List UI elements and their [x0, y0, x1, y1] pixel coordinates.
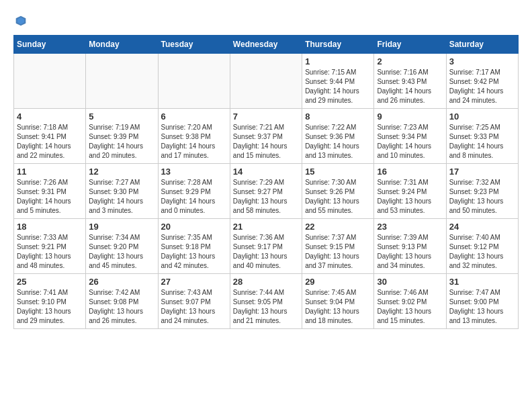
calendar-cell: 19Sunrise: 7:34 AM Sunset: 9:20 PM Dayli…: [86, 219, 158, 274]
column-header-monday: Monday: [86, 36, 158, 54]
calendar-cell: 5Sunrise: 7:19 AM Sunset: 9:39 PM Daylig…: [86, 109, 158, 164]
calendar-week-row: 25Sunrise: 7:41 AM Sunset: 9:10 PM Dayli…: [14, 274, 519, 329]
calendar-cell: 28Sunrise: 7:44 AM Sunset: 9:05 PM Dayli…: [230, 274, 302, 329]
day-info: Sunrise: 7:19 AM Sunset: 9:39 PM Dayligh…: [89, 123, 154, 161]
logo: [13, 13, 31, 28]
day-info: Sunrise: 7:26 AM Sunset: 9:31 PM Dayligh…: [17, 178, 83, 216]
day-number: 1: [305, 56, 371, 66]
calendar-cell: 27Sunrise: 7:43 AM Sunset: 9:07 PM Dayli…: [158, 274, 230, 329]
day-info: Sunrise: 7:43 AM Sunset: 9:07 PM Dayligh…: [161, 288, 227, 326]
day-info: Sunrise: 7:40 AM Sunset: 9:12 PM Dayligh…: [449, 233, 515, 271]
column-header-tuesday: Tuesday: [158, 36, 230, 54]
day-number: 2: [377, 56, 443, 66]
day-info: Sunrise: 7:35 AM Sunset: 9:18 PM Dayligh…: [161, 233, 227, 271]
day-number: 30: [377, 277, 443, 287]
day-number: 18: [17, 222, 83, 232]
calendar-cell: 10Sunrise: 7:25 AM Sunset: 9:33 PM Dayli…: [446, 109, 518, 164]
day-info: Sunrise: 7:15 AM Sunset: 9:44 PM Dayligh…: [305, 68, 371, 105]
calendar-cell: 8Sunrise: 7:22 AM Sunset: 9:36 PM Daylig…: [302, 109, 374, 164]
calendar-cell: 1Sunrise: 7:15 AM Sunset: 9:44 PM Daylig…: [302, 54, 374, 109]
day-number: 6: [161, 111, 227, 122]
calendar-cell: 21Sunrise: 7:36 AM Sunset: 9:17 PM Dayli…: [230, 219, 302, 274]
day-number: 5: [89, 111, 154, 122]
day-number: 13: [161, 167, 227, 177]
calendar-cell: 30Sunrise: 7:46 AM Sunset: 9:02 PM Dayli…: [374, 274, 446, 329]
calendar-cell: 16Sunrise: 7:31 AM Sunset: 9:24 PM Dayli…: [374, 164, 446, 219]
column-header-sunday: Sunday: [14, 36, 86, 54]
day-info: Sunrise: 7:39 AM Sunset: 9:13 PM Dayligh…: [377, 233, 443, 271]
calendar-cell: 15Sunrise: 7:30 AM Sunset: 9:26 PM Dayli…: [302, 164, 374, 219]
calendar-cell: 20Sunrise: 7:35 AM Sunset: 9:18 PM Dayli…: [158, 219, 230, 274]
calendar-cell: 26Sunrise: 7:42 AM Sunset: 9:08 PM Dayli…: [86, 274, 158, 329]
calendar-cell: 22Sunrise: 7:37 AM Sunset: 9:15 PM Dayli…: [302, 219, 374, 274]
calendar-cell: 13Sunrise: 7:28 AM Sunset: 9:29 PM Dayli…: [158, 164, 230, 219]
calendar-cell: 29Sunrise: 7:45 AM Sunset: 9:04 PM Dayli…: [302, 274, 374, 329]
page-header: [13, 13, 519, 28]
day-number: 4: [17, 111, 83, 122]
day-info: Sunrise: 7:18 AM Sunset: 9:41 PM Dayligh…: [17, 123, 83, 161]
day-number: 3: [449, 56, 515, 66]
day-info: Sunrise: 7:47 AM Sunset: 9:00 PM Dayligh…: [449, 288, 515, 326]
day-info: Sunrise: 7:29 AM Sunset: 9:27 PM Dayligh…: [233, 178, 299, 216]
day-number: 28: [233, 277, 299, 287]
calendar-cell: 3Sunrise: 7:17 AM Sunset: 9:42 PM Daylig…: [446, 54, 518, 109]
day-number: 14: [233, 167, 299, 177]
day-number: 7: [233, 111, 299, 122]
day-info: Sunrise: 7:22 AM Sunset: 9:36 PM Dayligh…: [305, 123, 371, 161]
column-header-wednesday: Wednesday: [230, 36, 302, 54]
day-number: 10: [449, 111, 515, 122]
calendar-week-row: 1Sunrise: 7:15 AM Sunset: 9:44 PM Daylig…: [14, 54, 519, 109]
day-info: Sunrise: 7:16 AM Sunset: 9:43 PM Dayligh…: [377, 68, 443, 105]
day-info: Sunrise: 7:37 AM Sunset: 9:15 PM Dayligh…: [305, 233, 371, 271]
day-info: Sunrise: 7:42 AM Sunset: 9:08 PM Dayligh…: [89, 288, 154, 326]
calendar-cell: 11Sunrise: 7:26 AM Sunset: 9:31 PM Dayli…: [14, 164, 86, 219]
day-number: 23: [377, 222, 443, 232]
calendar-week-row: 4Sunrise: 7:18 AM Sunset: 9:41 PM Daylig…: [14, 109, 519, 164]
day-info: Sunrise: 7:21 AM Sunset: 9:37 PM Dayligh…: [233, 123, 299, 161]
day-number: 22: [305, 222, 371, 232]
day-info: Sunrise: 7:41 AM Sunset: 9:10 PM Dayligh…: [17, 288, 83, 326]
logo-icon: [13, 13, 28, 28]
day-info: Sunrise: 7:30 AM Sunset: 9:26 PM Dayligh…: [305, 178, 371, 216]
calendar-cell: 2Sunrise: 7:16 AM Sunset: 9:43 PM Daylig…: [374, 54, 446, 109]
day-info: Sunrise: 7:25 AM Sunset: 9:33 PM Dayligh…: [449, 123, 515, 161]
day-info: Sunrise: 7:31 AM Sunset: 9:24 PM Dayligh…: [377, 178, 443, 216]
calendar-week-row: 11Sunrise: 7:26 AM Sunset: 9:31 PM Dayli…: [14, 164, 519, 219]
day-number: 27: [161, 277, 227, 287]
calendar-cell: 14Sunrise: 7:29 AM Sunset: 9:27 PM Dayli…: [230, 164, 302, 219]
day-number: 16: [377, 167, 443, 177]
day-info: Sunrise: 7:45 AM Sunset: 9:04 PM Dayligh…: [305, 288, 371, 326]
day-number: 26: [89, 277, 154, 287]
calendar-cell: 12Sunrise: 7:27 AM Sunset: 9:30 PM Dayli…: [86, 164, 158, 219]
day-info: Sunrise: 7:23 AM Sunset: 9:34 PM Dayligh…: [377, 123, 443, 161]
day-info: Sunrise: 7:44 AM Sunset: 9:05 PM Dayligh…: [233, 288, 299, 326]
day-number: 9: [377, 111, 443, 122]
calendar-header-row: SundayMondayTuesdayWednesdayThursdayFrid…: [14, 36, 519, 54]
day-number: 21: [233, 222, 299, 232]
calendar-table: SundayMondayTuesdayWednesdayThursdayFrid…: [13, 35, 519, 329]
day-number: 8: [305, 111, 371, 122]
calendar-cell: [86, 54, 158, 109]
calendar-cell: 6Sunrise: 7:20 AM Sunset: 9:38 PM Daylig…: [158, 109, 230, 164]
day-number: 12: [89, 167, 154, 177]
calendar-cell: [14, 54, 86, 109]
calendar-week-row: 18Sunrise: 7:33 AM Sunset: 9:21 PM Dayli…: [14, 219, 519, 274]
calendar-cell: 9Sunrise: 7:23 AM Sunset: 9:34 PM Daylig…: [374, 109, 446, 164]
calendar-cell: [158, 54, 230, 109]
day-info: Sunrise: 7:20 AM Sunset: 9:38 PM Dayligh…: [161, 123, 227, 161]
day-number: 31: [449, 277, 515, 287]
day-info: Sunrise: 7:46 AM Sunset: 9:02 PM Dayligh…: [377, 288, 443, 326]
day-number: 11: [17, 167, 83, 177]
calendar-cell: 17Sunrise: 7:32 AM Sunset: 9:23 PM Dayli…: [446, 164, 518, 219]
day-info: Sunrise: 7:17 AM Sunset: 9:42 PM Dayligh…: [449, 68, 515, 105]
column-header-friday: Friday: [374, 36, 446, 54]
day-number: 24: [449, 222, 515, 232]
day-number: 15: [305, 167, 371, 177]
column-header-thursday: Thursday: [302, 36, 374, 54]
calendar-cell: 7Sunrise: 7:21 AM Sunset: 9:37 PM Daylig…: [230, 109, 302, 164]
day-number: 25: [17, 277, 83, 287]
day-number: 19: [89, 222, 154, 232]
day-info: Sunrise: 7:36 AM Sunset: 9:17 PM Dayligh…: [233, 233, 299, 271]
day-number: 17: [449, 167, 515, 177]
calendar-cell: 31Sunrise: 7:47 AM Sunset: 9:00 PM Dayli…: [446, 274, 518, 329]
